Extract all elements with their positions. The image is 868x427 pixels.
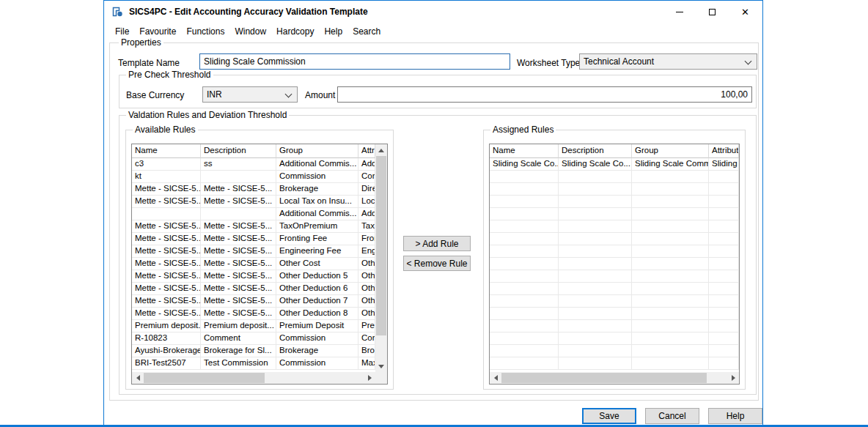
help-button[interactable]: Help [708,408,762,424]
table-row[interactable]: ktCommissionCom [132,171,375,183]
minimize-button[interactable] [663,1,696,23]
column-header[interactable]: Name [132,144,201,158]
maximize-button[interactable] [696,1,729,23]
table-cell: Direc [358,183,375,196]
cancel-button[interactable]: Cancel [645,408,699,424]
table-cell [632,283,709,295]
table-row[interactable] [490,208,739,220]
scroll-left-icon [494,375,498,381]
table-cell: Othe [358,308,375,320]
table-cell: Premium deposit... [201,320,276,333]
horizontal-scrollbar[interactable] [132,372,375,384]
menu-item-hardcopy[interactable]: Hardcopy [271,24,319,39]
table-cell: Mette - SICSE-5... [201,183,276,196]
table-cell [490,233,559,245]
scroll-down-button[interactable] [375,360,387,372]
table-row[interactable]: Sliding Scale Co...Sliding Scale Co...Sl… [490,158,739,171]
table-cell [709,333,739,345]
scroll-left-button[interactable] [132,372,144,384]
scroll-right-button[interactable] [364,372,375,384]
scroll-left-button[interactable] [490,372,501,384]
worksheet-type-select[interactable]: Technical Account [579,53,757,70]
properties-group-label: Properties [119,37,163,48]
table-row[interactable] [490,171,739,183]
table-row[interactable] [490,333,739,345]
horizontal-scrollbar-thumb[interactable] [501,373,707,383]
table-cell [559,270,632,283]
table-row[interactable]: BRI-Test2507Test CommissionCommissionMax… [132,357,375,370]
table-cell: Maxi [358,357,375,370]
table-row[interactable]: Mette - SICSE-5...Mette - SICSE-5...Othe… [132,283,375,295]
table-cell: Test Commission [201,357,276,370]
column-header[interactable]: Attrib [358,144,375,158]
table-cell: Brokerage [276,183,358,196]
table-row[interactable] [490,320,739,333]
table-cell [709,196,739,208]
minimize-icon [676,12,683,12]
vertical-scrollbar[interactable] [375,144,387,372]
horizontal-scrollbar-thumb[interactable] [144,373,265,383]
table-row[interactable] [490,233,739,245]
table-cell [490,183,559,196]
table-row[interactable]: Ayushi-BrokerageBrokerage for Sl...Broke… [132,345,375,357]
table-row[interactable]: Mette - SICSE-5...Mette - SICSE-5...Loca… [132,196,375,208]
table-row[interactable] [490,183,739,196]
table-cell: Tax [358,220,375,233]
table-row[interactable] [490,283,739,295]
table-row[interactable]: R-10823CommentCommissionCom [132,333,375,345]
table-row[interactable] [490,308,739,320]
table-row[interactable] [490,258,739,270]
table-cell: Mette - SICSE-5... [201,295,276,308]
menu-item-help[interactable]: Help [319,24,347,39]
menu-item-search[interactable]: Search [347,24,386,39]
menu-item-window[interactable]: Window [229,24,271,39]
table-cell [201,208,276,220]
menu-item-favourite[interactable]: Favourite [134,24,181,39]
scroll-up-button[interactable] [375,144,387,156]
table-row[interactable]: Mette - SICSE-5...Mette - SICSE-5...Othe… [132,295,375,308]
table-cell [490,196,559,208]
table-row[interactable]: Mette - SICSE-5...Mette - SICSE-5...Othe… [132,270,375,283]
table-row[interactable]: Mette - SICSE-5...Mette - SICSE-5...TaxO… [132,220,375,233]
table-row[interactable] [490,245,739,258]
save-button[interactable]: Save [582,408,636,424]
table-cell: Brok [358,345,375,357]
menu-item-file[interactable]: File [110,24,134,39]
vertical-scrollbar-thumb[interactable] [376,156,386,335]
table-row[interactable] [490,295,739,308]
table-row[interactable]: c3ssAdditional Commis...Addi [132,158,375,171]
column-header[interactable]: Name [490,144,559,158]
table-cell [559,320,632,333]
add-rule-button[interactable]: > Add Rule [403,236,471,251]
table-row[interactable] [490,345,739,357]
table-cell: Mette - SICSE-5... [201,308,276,320]
table-row[interactable]: Mette - SICSE-5...Mette - SICSE-5...Othe… [132,258,375,270]
horizontal-scrollbar[interactable] [490,372,739,384]
table-row[interactable]: Premium deposit...Premium deposit...Prem… [132,320,375,333]
column-header[interactable]: Attribute [709,144,739,158]
menu-item-functions[interactable]: Functions [181,24,229,39]
scroll-right-button[interactable] [727,372,739,384]
base-currency-select[interactable]: INR [202,86,298,103]
column-header[interactable]: Description [201,144,276,158]
table-row[interactable] [490,196,739,208]
table-cell: Mette - SICSE-5... [132,245,201,258]
remove-rule-button[interactable]: < Remove Rule [403,256,471,271]
column-header[interactable]: Description [559,144,632,158]
table-row[interactable]: Additional Commis...Addi [132,208,375,220]
table-row[interactable]: Mette - SICSE-5...Mette - SICSE-5...Brok… [132,183,375,196]
column-header[interactable]: Group [632,144,709,158]
table-cell: Mette - SICSE-5... [132,258,201,270]
table-row[interactable]: Mette - SICSE-5...Mette - SICSE-5...Othe… [132,308,375,320]
table-cell [559,357,632,370]
table-row[interactable] [490,357,739,370]
table-row[interactable] [490,220,739,233]
close-button[interactable]: ✕ [729,1,762,23]
template-name-input[interactable] [199,53,510,70]
column-header[interactable]: Group [276,144,358,158]
amount-input[interactable] [337,86,752,103]
table-cell: Mette - SICSE-5... [132,233,201,245]
table-row[interactable]: Mette - SICSE-5...Mette - SICSE-5...Engi… [132,245,375,258]
table-row[interactable] [490,270,739,283]
table-row[interactable]: Mette - SICSE-5...Mette - SICSE-5...Fron… [132,233,375,245]
